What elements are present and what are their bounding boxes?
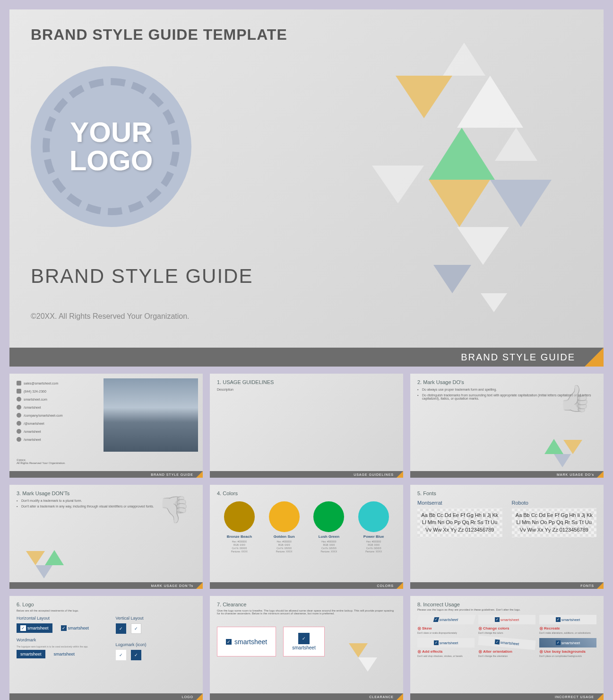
phone-icon [17, 389, 21, 394]
globe-icon [17, 397, 21, 402]
mini-triangles [526, 421, 596, 468]
layout-h4: Logomark (icon) [116, 642, 196, 647]
color-swatches: Bronze BeachHex: #000000RGB: 0/0/0CmYk: … [217, 501, 396, 553]
wordmark-light: smartsheet [50, 650, 79, 658]
contact-ig: /@smartsheet [24, 422, 44, 425]
slide-colors[interactable]: 4. Colors Bronze BeachHex: #000000RGB: 0… [210, 485, 403, 589]
footer-label: USAGE GUIDELINES [354, 473, 394, 476]
triangle-decoration [292, 33, 575, 317]
contact-copyright: ©20XX.All Rights Reserved Your Organizat… [17, 459, 66, 464]
slide-desc: Please use the logos as they are provide… [417, 608, 520, 611]
logo-text-2: LOGO [69, 147, 153, 175]
incorrect-item: ✓smartsheetAdd effectsDon't add drop sha… [417, 638, 475, 657]
slide-title: 5. Fonts [417, 490, 436, 496]
facebook-icon [17, 405, 21, 410]
layout-h2: Vertical Layout [116, 616, 196, 621]
footer-label: INCORRECT USAGE [555, 695, 594, 699]
font-sample-2: Aa Bb Cc Dd Ee Ff Gg Hh Ii Jj Kk Ll Mm N… [512, 508, 597, 537]
clearance-horizontal: ✓smartsheet [217, 627, 276, 656]
landscape-image [104, 378, 198, 452]
color-swatch: Golden SunHex: #000000RGB: 0/0/0CmYk: 0/… [269, 501, 300, 553]
font-name-2: Roboto [512, 500, 597, 506]
subtitle: BRAND STYLE GUIDE [31, 265, 253, 288]
slide-title: 7. Clearance [217, 602, 246, 607]
slide-title: 3. Mark Usage DON'Ts [17, 490, 69, 496]
slide-fonts[interactable]: 5. Fonts Montserrat Aa Bb Cc Dd Ee Ff Gg… [410, 485, 604, 589]
layout-h3: Wordmark [17, 638, 97, 642]
slide-title: 2. Mark Usage DO's [417, 379, 464, 385]
copyright: ©20XX. All Rights Reserved Your Organiza… [31, 312, 190, 321]
color-swatch: Power BlueHex: #000000RGB: 0/0/0CmYk: 0/… [358, 501, 389, 553]
main-slide: BRAND STYLE GUIDE TEMPLATE YOUR LOGO BRA… [9, 9, 604, 367]
linkedin-icon [17, 413, 21, 418]
logo-placeholder: YOUR LOGO [31, 66, 191, 227]
incorrect-item: ✓smartsheetRecreateDon't make alteration… [539, 615, 596, 634]
contact-web: smartsheet.com [24, 398, 47, 401]
clearance-vertical: ✓smartsheet [283, 627, 324, 656]
contact-list: sales@smartsheet.com (844) 324-2360 smar… [17, 381, 62, 445]
contact-tw: /smartsheet [24, 430, 41, 433]
logo-dark: ✓smartsheet [17, 623, 52, 633]
icon-light: ✓ [116, 650, 126, 660]
slide-clearance[interactable]: 7. Clearance Give the logo some room to … [210, 596, 403, 700]
footer-label: MARK USAGE DON'Ts [151, 584, 193, 587]
slide-donts[interactable]: 3. Mark Usage DON'Ts Don't modify a trad… [9, 485, 203, 589]
slide-desc: Description [217, 388, 396, 391]
logo-layouts: Horizontal Layout ✓smartsheet ✓smartshee… [17, 616, 196, 665]
footer-label: MARK USAGE DO's [557, 473, 594, 476]
logomark-light: ✓ [131, 623, 141, 634]
logo-light: ✓smartsheet [57, 623, 93, 633]
thumbs-down-icon [158, 494, 191, 525]
incorrect-grid: ✓smartsheetSkewDon't skew or scale dispr… [417, 615, 596, 657]
slide-title: 4. Colors [217, 490, 238, 496]
slide-dos[interactable]: 2. Mark Usage DO's Do always use proper … [410, 374, 604, 478]
slide-usage[interactable]: 1. USAGE GUIDELINES Description USAGE GU… [210, 374, 403, 478]
thumbs-up-icon [559, 383, 592, 414]
mini-triangles [325, 643, 396, 691]
mini-triangles [17, 532, 87, 579]
footer-label: CLEARANCE [369, 695, 394, 699]
footer-label: BRAND STYLE GUIDE [151, 473, 193, 476]
slide-desc: Below are all the accepted treatments of… [17, 609, 79, 612]
wordmark-dark: smartsheet [17, 650, 45, 658]
thumbnail-grid: sales@smartsheet.com (844) 324-2360 smar… [0, 367, 613, 700]
icon-dark: ✓ [131, 650, 141, 660]
font-sample-1: Aa Bb Cc Dd Ee Ff Gg Hh Ii Jj Kk Ll Mm N… [417, 508, 502, 537]
incorrect-item: ✓smartsheetUse busy backgroundsDon't pla… [539, 638, 596, 657]
incorrect-item: ✓smartsheetSkewDon't skew or scale dispr… [417, 615, 475, 634]
slide-contact[interactable]: sales@smartsheet.com (844) 324-2360 smar… [9, 374, 203, 478]
logo-text-1: YOUR [70, 118, 152, 147]
mail-icon [17, 381, 21, 385]
slide-logo[interactable]: 6. Logo Below are all the accepted treat… [9, 596, 203, 700]
template-title: BRAND STYLE GUIDE TEMPLATE [31, 26, 287, 44]
footer-label: COLORS [377, 584, 394, 587]
slide-desc: Give the logo some room to breathe. The … [217, 609, 396, 615]
contact-email: sales@smartsheet.com [24, 382, 58, 385]
clearance-examples: ✓smartsheet ✓smartsheet [217, 627, 325, 656]
slide-incorrect[interactable]: 8. Incorrect Usage Please use the logos … [410, 596, 604, 700]
twitter-icon [17, 429, 21, 434]
fonts-box: Montserrat Aa Bb Cc Dd Ee Ff Gg Hh Ii Jj… [417, 500, 596, 537]
layout-h1: Horizontal Layout [17, 616, 97, 621]
footer-text: BRAND STYLE GUIDE [461, 352, 575, 363]
contact-yt: /smartsheet [24, 438, 41, 441]
slide-title: 6. Logo [17, 602, 34, 607]
footer-label: LOGO [182, 695, 193, 699]
slide-title: 8. Incorrect Usage [417, 602, 460, 607]
contact-phone: (844) 324-2360 [24, 390, 46, 393]
incorrect-item: ✓smartsheetAlter orientationDon't change… [478, 638, 535, 657]
contact-fb: /smartsheet [24, 406, 41, 409]
footer-bar: BRAND STYLE GUIDE [9, 348, 604, 367]
incorrect-item: ✓smartsheetChange colorsDon't change the… [478, 615, 535, 634]
logomark-dark: ✓ [116, 623, 126, 634]
contact-li: /company/smartsheet-com [24, 414, 62, 417]
font-name-1: Montserrat [417, 500, 502, 506]
color-swatch: Bronze BeachHex: #000000RGB: 0/0/0CmYk: … [224, 501, 255, 553]
wordmark-desc: The logotype sans logomark is to be used… [17, 645, 97, 648]
color-swatch: Lush GreenHex: #000000RGB: 0/0/0CmYk: 0/… [313, 501, 344, 553]
slide-title: 1. USAGE GUIDELINES [217, 379, 274, 385]
instagram-icon [17, 421, 21, 426]
youtube-icon [17, 437, 21, 442]
footer-label: FONTS [580, 584, 594, 587]
